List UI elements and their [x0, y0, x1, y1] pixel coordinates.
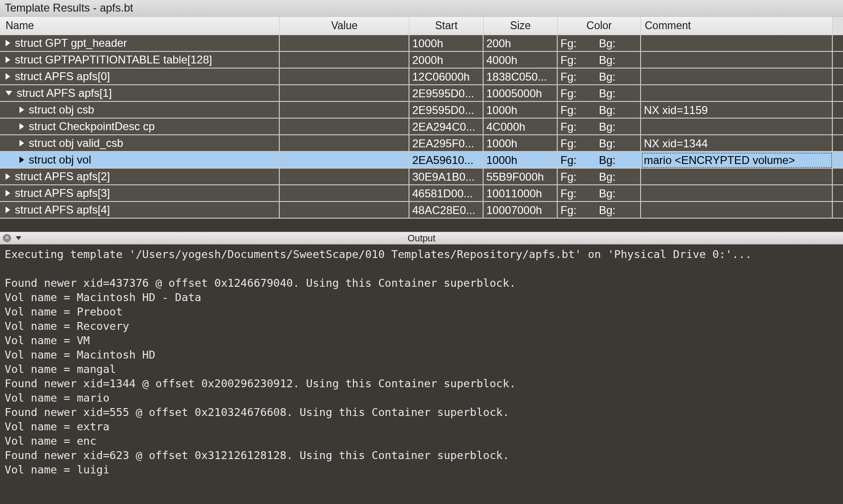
- table-row[interactable]: struct APFS apfs[1]2E9595D0...10005000hF…: [0, 85, 843, 102]
- row-start-cell[interactable]: 2EA59610...: [409, 152, 484, 169]
- row-name-cell[interactable]: struct obj valid_csb: [0, 135, 280, 152]
- header-start[interactable]: Start: [409, 17, 484, 35]
- header-name[interactable]: Name: [0, 17, 280, 35]
- row-size-cell[interactable]: 1000h: [484, 102, 558, 119]
- row-start-cell[interactable]: 2EA294C0...: [409, 119, 484, 135]
- header-comment[interactable]: Comment: [641, 17, 833, 35]
- row-comment-cell[interactable]: [641, 69, 833, 85]
- disclosure-closed-icon[interactable]: [6, 190, 10, 196]
- row-comment-cell[interactable]: [641, 169, 833, 185]
- row-color-cell[interactable]: Fg:Bg:: [558, 85, 641, 102]
- row-value-cell[interactable]: [280, 52, 409, 69]
- row-value-cell[interactable]: [280, 119, 409, 135]
- table-row[interactable]: struct obj csb2E9595D0...1000hFg:Bg:NX x…: [0, 102, 843, 119]
- row-start-cell[interactable]: 2000h: [409, 52, 484, 69]
- row-value-cell[interactable]: [280, 35, 409, 52]
- close-icon[interactable]: ×: [3, 234, 11, 242]
- row-start-cell[interactable]: 48AC28E0...: [409, 202, 484, 219]
- table-row[interactable]: struct GPT gpt_header1000h200hFg:Bg:: [0, 35, 843, 52]
- table-row[interactable]: struct APFS apfs[2]30E9A1B0...55B9F000hF…: [0, 169, 843, 185]
- row-comment-cell[interactable]: [641, 35, 833, 52]
- row-name-cell[interactable]: struct GPTPAPTITIONTABLE table[128]: [0, 52, 280, 69]
- row-comment-cell[interactable]: [641, 85, 833, 102]
- row-start-cell[interactable]: 1000h: [409, 35, 484, 52]
- row-size-cell[interactable]: 10011000h: [484, 185, 558, 202]
- row-value-cell[interactable]: [280, 69, 409, 85]
- disclosure-closed-icon[interactable]: [6, 173, 10, 180]
- table-row[interactable]: struct CheckpointDesc cp2EA294C0...4C000…: [0, 119, 843, 135]
- row-color-cell[interactable]: Fg:Bg:: [558, 52, 641, 69]
- row-start-cell[interactable]: 46581D00...: [409, 185, 484, 202]
- row-name-cell[interactable]: struct APFS apfs[4]: [0, 202, 280, 219]
- row-value-cell[interactable]: [280, 169, 409, 185]
- disclosure-closed-icon[interactable]: [19, 157, 24, 163]
- disclosure-closed-icon[interactable]: [6, 73, 10, 80]
- output-text[interactable]: Executing template '/Users/yogesh/Docume…: [0, 245, 843, 486]
- row-comment-cell[interactable]: [641, 185, 833, 202]
- row-start-cell[interactable]: 30E9A1B0...: [409, 169, 484, 185]
- row-size-cell[interactable]: 55B9F000h: [484, 169, 558, 185]
- row-scroll-gutter: [833, 152, 843, 169]
- row-size-cell[interactable]: 4000h: [484, 52, 558, 69]
- row-size-cell[interactable]: 4C000h: [484, 119, 558, 135]
- row-value-cell[interactable]: [280, 152, 409, 169]
- table-row[interactable]: struct obj valid_csb2EA295F0...1000hFg:B…: [0, 135, 843, 152]
- row-value-cell[interactable]: [280, 102, 409, 119]
- row-name-cell[interactable]: struct APFS apfs[0]: [0, 69, 280, 85]
- row-color-cell[interactable]: Fg:Bg:: [558, 35, 641, 52]
- row-value-cell[interactable]: [280, 85, 409, 102]
- row-name-cell[interactable]: struct APFS apfs[3]: [0, 185, 280, 202]
- row-start-cell[interactable]: 2EA295F0...: [409, 135, 484, 152]
- row-comment-cell[interactable]: NX xid=1344: [641, 135, 833, 152]
- row-color-cell[interactable]: Fg:Bg:: [558, 185, 641, 202]
- disclosure-closed-icon[interactable]: [19, 140, 24, 146]
- row-size-cell[interactable]: 1838C050...: [484, 69, 558, 85]
- row-size-cell[interactable]: 200h: [484, 35, 558, 52]
- disclosure-closed-icon[interactable]: [19, 123, 24, 130]
- row-name-cell[interactable]: struct obj csb: [0, 102, 280, 119]
- row-start-cell[interactable]: 2E9595D0...: [409, 102, 484, 119]
- row-comment-cell[interactable]: mario <ENCRYPTED volume>: [641, 152, 833, 169]
- row-size-cell[interactable]: 10005000h: [484, 85, 558, 102]
- bg-label: Bg:: [599, 185, 637, 201]
- disclosure-closed-icon[interactable]: [6, 207, 10, 213]
- row-comment-cell[interactable]: [641, 202, 833, 219]
- row-comment-cell[interactable]: NX xid=1159: [641, 102, 833, 119]
- row-size-cell[interactable]: 10007000h: [484, 202, 558, 219]
- table-row[interactable]: struct APFS apfs[0]12C06000h1838C050...F…: [0, 69, 843, 85]
- row-name-cell[interactable]: struct CheckpointDesc cp: [0, 119, 280, 135]
- row-name-cell[interactable]: struct APFS apfs[2]: [0, 169, 280, 185]
- row-name-cell[interactable]: struct obj vol: [0, 152, 280, 169]
- row-color-cell[interactable]: Fg:Bg:: [558, 202, 641, 219]
- row-value-cell[interactable]: [280, 135, 409, 152]
- row-color-cell[interactable]: Fg:Bg:: [558, 102, 641, 119]
- row-color-cell[interactable]: Fg:Bg:: [558, 119, 641, 135]
- row-comment-cell[interactable]: [641, 119, 833, 135]
- row-name-cell[interactable]: struct GPT gpt_header: [0, 35, 280, 52]
- table-row[interactable]: struct GPTPAPTITIONTABLE table[128]2000h…: [0, 52, 843, 69]
- disclosure-closed-icon[interactable]: [6, 57, 10, 63]
- row-size-cell[interactable]: 1000h: [484, 152, 558, 169]
- row-comment-cell[interactable]: [641, 52, 833, 69]
- row-color-cell[interactable]: Fg:Bg:: [558, 135, 641, 152]
- table-row[interactable]: struct obj vol2EA59610...1000hFg:Bg:mari…: [0, 152, 843, 169]
- row-value-cell[interactable]: [280, 185, 409, 202]
- header-size[interactable]: Size: [484, 17, 558, 35]
- disclosure-open-icon[interactable]: [6, 91, 12, 95]
- table-row[interactable]: struct APFS apfs[3]46581D00...10011000hF…: [0, 185, 843, 202]
- disclosure-closed-icon[interactable]: [19, 107, 24, 113]
- header-value[interactable]: Value: [280, 17, 409, 35]
- header-color[interactable]: Color: [558, 17, 641, 35]
- row-color-cell[interactable]: Fg:Bg:: [558, 152, 641, 169]
- row-color-cell[interactable]: Fg:Bg:: [558, 169, 641, 185]
- chevron-down-icon[interactable]: [16, 236, 21, 240]
- bg-label: Bg:: [599, 85, 637, 101]
- row-value-cell[interactable]: [280, 202, 409, 219]
- row-start-cell[interactable]: 12C06000h: [409, 69, 484, 85]
- row-name-cell[interactable]: struct APFS apfs[1]: [0, 85, 280, 102]
- disclosure-closed-icon[interactable]: [6, 40, 10, 46]
- row-size-cell[interactable]: 1000h: [484, 135, 558, 152]
- row-start-cell[interactable]: 2E9595D0...: [409, 85, 484, 102]
- row-color-cell[interactable]: Fg:Bg:: [558, 69, 641, 85]
- table-row[interactable]: struct APFS apfs[4]48AC28E0...10007000hF…: [0, 202, 843, 219]
